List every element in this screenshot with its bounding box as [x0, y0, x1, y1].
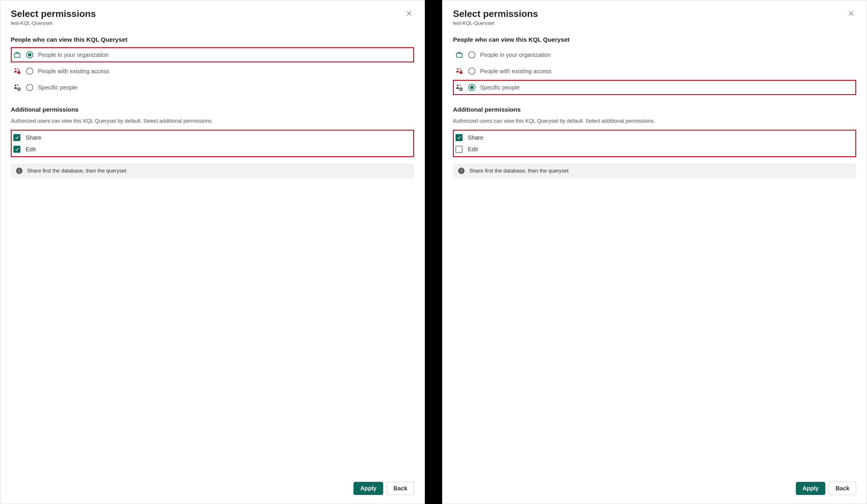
checkbox-row-share[interactable]: Share: [454, 132, 855, 143]
svg-point-7: [17, 85, 18, 86]
checkbox-row-share[interactable]: Share: [12, 132, 413, 143]
option-org[interactable]: People in your organization: [11, 47, 414, 62]
svg-point-3: [14, 68, 16, 70]
info-text: Share first the database, then the query…: [469, 168, 568, 174]
people-lock-icon: [13, 67, 22, 76]
additional-description: Authorized users can view this KQL Query…: [11, 117, 414, 125]
option-label: People with existing access: [480, 68, 552, 75]
option-label: Specific people: [480, 84, 520, 91]
option-label: People with existing access: [38, 68, 109, 75]
dialog-footer: Apply Back: [11, 470, 414, 495]
checkbox-row-edit[interactable]: Edit: [454, 143, 855, 155]
info-icon: i: [16, 168, 22, 174]
svg-point-6: [14, 85, 16, 86]
header: Select permissions: [453, 9, 856, 19]
apply-button[interactable]: Apply: [796, 482, 826, 495]
svg-point-16: [460, 85, 461, 86]
back-button[interactable]: Back: [829, 482, 856, 495]
option-specific[interactable]: Specific people: [453, 80, 856, 95]
option-label: Specific people: [38, 84, 77, 91]
permissions-panel-right: Select permissions test-KQL-Queryset Peo…: [442, 0, 867, 504]
checkbox-group: Share Edit: [11, 130, 414, 157]
svg-point-12: [457, 68, 458, 70]
close-icon: [848, 10, 855, 17]
check-icon: [14, 147, 19, 152]
back-button[interactable]: Back: [387, 482, 414, 495]
dialog-subtitle: test-KQL-Queryset: [453, 20, 856, 26]
radio-org[interactable]: [26, 51, 33, 58]
option-org[interactable]: People in your organization: [453, 47, 856, 62]
people-add-icon: [13, 83, 22, 92]
checkbox-label: Edit: [468, 146, 478, 153]
checkbox-group: Share Edit: [453, 130, 856, 157]
radio-org[interactable]: [468, 51, 475, 58]
info-bar: i Share first the database, then the que…: [453, 164, 856, 178]
radio-existing[interactable]: [26, 68, 33, 75]
checkbox-share[interactable]: [456, 134, 462, 141]
briefcase-icon: [13, 51, 22, 59]
close-icon: [406, 10, 413, 17]
option-existing[interactable]: People with existing access: [11, 64, 414, 79]
checkbox-share[interactable]: [13, 134, 20, 141]
viewers-heading: People who can view this KQL Queryset: [11, 36, 414, 43]
info-text: Share first the database, then the query…: [27, 168, 126, 174]
checkbox-row-edit[interactable]: Edit: [12, 143, 413, 155]
header: Select permissions: [11, 9, 414, 19]
people-add-icon: [455, 83, 464, 92]
dialog-footer: Apply Back: [453, 470, 856, 495]
checkbox-edit[interactable]: [456, 146, 462, 153]
dialog-title: Select permissions: [453, 9, 538, 19]
checkbox-edit[interactable]: [13, 146, 20, 153]
option-specific[interactable]: Specific people: [11, 80, 414, 95]
info-icon: i: [458, 168, 464, 174]
check-icon: [457, 135, 461, 140]
additional-heading: Additional permissions: [453, 106, 856, 113]
dialog-title: Select permissions: [11, 9, 96, 19]
checkbox-label: Share: [468, 134, 483, 141]
svg-rect-11: [457, 54, 462, 57]
additional-heading: Additional permissions: [11, 106, 414, 113]
svg-rect-14: [460, 72, 462, 74]
people-lock-icon: [455, 67, 464, 76]
svg-point-15: [457, 85, 458, 86]
svg-point-4: [17, 68, 18, 69]
checkbox-label: Edit: [26, 146, 35, 153]
check-icon: [14, 135, 19, 140]
close-button[interactable]: [404, 9, 414, 19]
radio-specific[interactable]: [26, 84, 33, 91]
viewers-heading: People who can view this KQL Queryset: [453, 36, 856, 43]
dialog-subtitle: test-KQL-Queryset: [11, 20, 414, 26]
briefcase-icon: [455, 51, 464, 59]
checkbox-label: Share: [26, 134, 41, 141]
additional-description: Authorized users can view this KQL Query…: [453, 117, 856, 125]
permissions-panel-left: Select permissions test-KQL-Queryset Peo…: [0, 0, 425, 504]
svg-rect-5: [18, 72, 20, 74]
svg-point-13: [460, 68, 461, 69]
option-existing[interactable]: People with existing access: [453, 64, 856, 79]
close-button[interactable]: [846, 9, 856, 19]
radio-specific[interactable]: [468, 84, 475, 91]
info-bar: i Share first the database, then the que…: [11, 164, 414, 178]
option-label: People in your organization: [480, 52, 550, 58]
apply-button[interactable]: Apply: [353, 482, 383, 495]
svg-rect-2: [14, 54, 20, 57]
radio-existing[interactable]: [468, 68, 475, 75]
option-label: People in your organization: [38, 52, 108, 58]
